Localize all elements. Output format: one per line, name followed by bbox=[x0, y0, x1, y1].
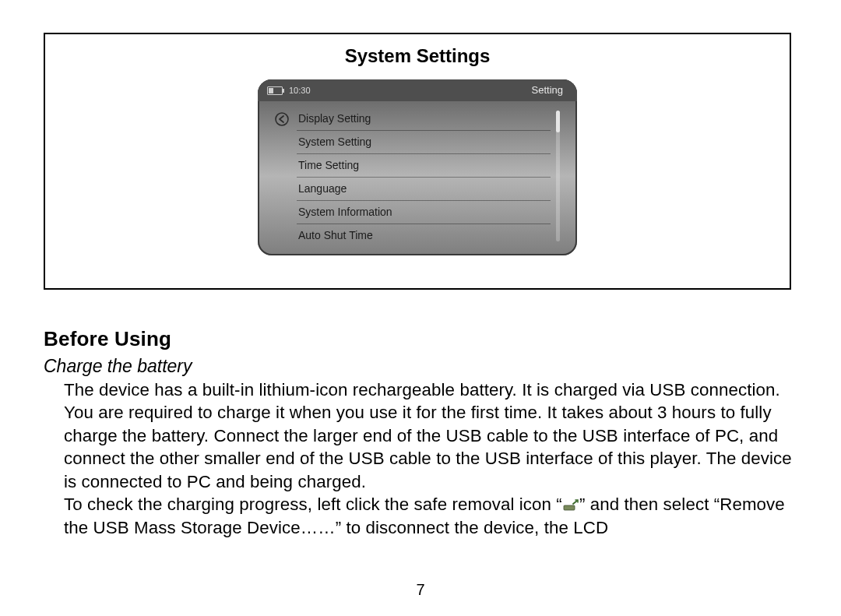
menu-item-system-information: System Information bbox=[297, 201, 551, 224]
status-screen-title: Setting bbox=[532, 84, 563, 96]
device-scrollbar bbox=[556, 111, 560, 241]
status-time: 10:30 bbox=[289, 86, 311, 95]
device-menu-area: Display Setting System Setting Time Sett… bbox=[272, 107, 563, 248]
section-heading: Before Using bbox=[44, 327, 797, 351]
battery-icon bbox=[267, 86, 283, 95]
device-menu-list: Display Setting System Setting Time Sett… bbox=[297, 107, 551, 248]
menu-item-auto-shut-time: Auto Shut Time bbox=[297, 224, 551, 247]
menu-item-time-setting: Time Setting bbox=[297, 154, 551, 178]
svg-point-0 bbox=[276, 113, 288, 125]
safe-removal-icon bbox=[562, 495, 579, 507]
body-text-1: The device has a built-in lithium-icon r… bbox=[64, 380, 792, 491]
figure-frame: System Settings 10:30 Setting Display Se… bbox=[44, 33, 791, 290]
menu-item-system-setting: System Setting bbox=[297, 131, 551, 154]
device-screenshot: 10:30 Setting Display Setting System Set… bbox=[258, 79, 577, 255]
body-text-2a: To check the charging progress, left cli… bbox=[64, 495, 562, 514]
body-paragraph: The device has a built-in lithium-icon r… bbox=[44, 378, 797, 539]
svg-rect-1 bbox=[564, 505, 575, 510]
page-number: 7 bbox=[0, 581, 841, 599]
menu-item-language: Language bbox=[297, 178, 551, 201]
menu-item-display-setting: Display Setting bbox=[297, 107, 551, 131]
section-subheading: Charge the battery bbox=[44, 356, 797, 377]
manual-page: System Settings 10:30 Setting Display Se… bbox=[0, 0, 841, 616]
back-icon bbox=[275, 112, 289, 126]
device-scroll-thumb bbox=[556, 111, 560, 132]
device-status-bar: 10:30 Setting bbox=[258, 79, 577, 101]
figure-title: System Settings bbox=[45, 34, 790, 67]
